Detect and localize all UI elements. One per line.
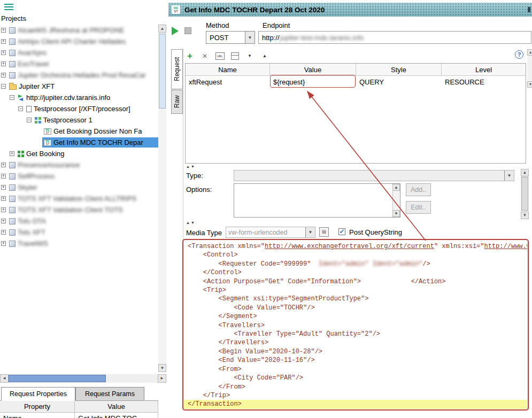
- expander-icon[interactable]: [1, 162, 6, 167]
- param-name-cell[interactable]: xftRequest: [186, 76, 270, 88]
- scroll-left-icon[interactable]: ◄: [0, 374, 9, 383]
- expander-icon[interactable]: [1, 84, 6, 89]
- media-type-select[interactable]: vw-form-urlencoded ▼: [226, 227, 315, 238]
- move-down-button[interactable]: [245, 51, 255, 61]
- tree-item[interactable]: TravelWS: [0, 238, 158, 249]
- table-row[interactable]: Name Get Info MDC TOC: [0, 413, 158, 418]
- scroll-up-icon[interactable]: ▲: [392, 184, 400, 191]
- tree-item-jupiter-xft[interactable]: Jupiter XFT: [0, 81, 158, 92]
- tree-item[interactable]: ExoTravel: [0, 58, 158, 69]
- column-header-value[interactable]: Value: [270, 64, 356, 76]
- stop-button[interactable]: [184, 27, 191, 34]
- method-icon: [35, 117, 41, 123]
- chevron-down-icon[interactable]: ▼: [245, 32, 255, 43]
- method-select[interactable]: POST ▼: [206, 31, 255, 44]
- expander-icon[interactable]: [1, 241, 6, 246]
- column-header-style[interactable]: Style: [356, 64, 442, 76]
- expander-icon[interactable]: [1, 50, 6, 55]
- post-querystring-checkbox[interactable]: [338, 228, 345, 235]
- splitter-handle[interactable]: [185, 164, 526, 169]
- tree-item-get-info-request[interactable]: Get Info MDC TOCHR Depar: [0, 137, 158, 148]
- type-select[interactable]: ▼: [234, 170, 514, 181]
- param-row[interactable]: xftRequest ${request} QUERY RESOURCE: [186, 76, 526, 88]
- delete-param-button[interactable]: [200, 51, 210, 61]
- tree-item-label: Skyter: [18, 183, 37, 191]
- expander-icon[interactable]: [1, 174, 6, 179]
- splitter-handle[interactable]: [185, 220, 526, 226]
- tree-item[interactable]: Tots OTA: [0, 215, 158, 227]
- scroll-up-icon[interactable]: ▲: [158, 25, 166, 33]
- tree-item-testsuite[interactable]: Get Booking: [0, 148, 158, 159]
- request-body-editor[interactable]: <Transaction xmlns="http://www.exchangef…: [184, 241, 527, 409]
- property-value-cell[interactable]: Get Info MDC TOC: [75, 413, 158, 418]
- scroll-down-icon[interactable]: ▼: [521, 212, 529, 219]
- expander-icon[interactable]: [1, 39, 6, 44]
- column-header-name[interactable]: Name: [186, 64, 270, 76]
- expander-icon[interactable]: [10, 151, 14, 156]
- expander-icon[interactable]: [1, 230, 6, 235]
- request-window-titlebar[interactable]: Get Info MDC TOCHR Depart 28 Oct 2020: [168, 3, 532, 17]
- param-style-cell[interactable]: QUERY: [356, 76, 442, 88]
- update-from-url-icon[interactable]: [215, 52, 225, 60]
- expander-icon[interactable]: [1, 207, 6, 212]
- expander-icon[interactable]: [1, 28, 6, 33]
- scrollbar-thumb[interactable]: [9, 375, 106, 382]
- scroll-right-icon[interactable]: ►: [158, 374, 166, 383]
- tree-item-interface[interactable]: http://jupiter.cdv.taranis.info: [0, 92, 158, 103]
- tab-request[interactable]: Request: [171, 49, 183, 89]
- expander-icon[interactable]: [1, 73, 6, 78]
- help-button[interactable]: ?: [515, 50, 523, 59]
- scrollbar-thumb[interactable]: [521, 177, 528, 211]
- expander-icon[interactable]: [1, 219, 6, 223]
- move-up-button[interactable]: [260, 51, 269, 61]
- tree-item[interactable]: Airtrips Client API Charter Hellades: [0, 36, 158, 47]
- tree-item[interactable]: Tots XFT: [0, 227, 158, 238]
- tree-item[interactable]: AtcaeWS JReshona at PROPGNE: [0, 25, 158, 36]
- menu-icon[interactable]: [4, 4, 13, 11]
- param-value-cell[interactable]: ${request}: [270, 76, 356, 88]
- params-table-scrollbar[interactable]: ▲ ▼: [527, 49, 532, 88]
- tree-item[interactable]: TOTS XFT Validation Client ALLTRIPS: [0, 193, 158, 204]
- listbox-scrollbar[interactable]: ▲ ▼: [392, 184, 400, 217]
- edit-option-button[interactable]: Edit..: [406, 201, 431, 214]
- endpoint-input[interactable]: http:// jupiter-test-mdc.taranis.info: [258, 31, 531, 44]
- tree-item-request[interactable]: Get Booking Dossier Non Fa: [0, 126, 158, 137]
- expander-icon[interactable]: [27, 118, 32, 122]
- add-option-button[interactable]: Add..: [406, 183, 431, 196]
- add-param-button[interactable]: [185, 51, 195, 61]
- tree-item-method[interactable]: Testprocessor 1: [0, 114, 158, 126]
- tree-item[interactable]: PresenceAssurance: [0, 159, 158, 171]
- expander-icon[interactable]: [1, 61, 6, 66]
- tree-item-resource[interactable]: Testprocessor [/XFT/processor]: [0, 103, 158, 114]
- column-header-value[interactable]: Value: [75, 401, 158, 413]
- tab-raw[interactable]: Raw: [171, 90, 183, 114]
- expander-icon[interactable]: [1, 185, 6, 190]
- expander-icon[interactable]: [18, 106, 23, 111]
- column-header-property[interactable]: Property: [0, 401, 75, 413]
- tree-vertical-scrollbar[interactable]: ▲ ▼: [158, 25, 166, 372]
- scroll-up-icon[interactable]: ▲: [521, 169, 529, 176]
- recreate-request-icon[interactable]: [319, 227, 329, 237]
- expander-icon[interactable]: [10, 95, 14, 100]
- options-listbox[interactable]: ▲ ▼: [234, 183, 400, 218]
- column-header-level[interactable]: Level: [442, 64, 526, 76]
- param-level-cell[interactable]: RESOURCE: [442, 76, 526, 88]
- tree-item[interactable]: Skyter: [0, 182, 158, 193]
- scroll-down-icon[interactable]: ▼: [392, 210, 400, 217]
- tree-item[interactable]: SelfProcess: [0, 171, 158, 182]
- expander-icon[interactable]: [1, 196, 6, 201]
- tree-item[interactable]: Jupiter Orchestra Hellades Prod ResaCar: [0, 69, 158, 81]
- scroll-down-icon[interactable]: ▼: [527, 81, 532, 88]
- tree-item[interactable]: AvarXpro: [0, 47, 158, 58]
- scroll-down-icon[interactable]: ▼: [158, 364, 166, 372]
- scrollbar-thumb[interactable]: [159, 34, 166, 109]
- tree-item[interactable]: TOTS XFT Validation Client TOTS: [0, 204, 158, 215]
- scroll-up-icon[interactable]: ▲: [527, 49, 532, 56]
- params-grid-icon[interactable]: [231, 52, 239, 60]
- selected-tree-item[interactable]: Get Info MDC TOCHR Depar: [42, 137, 158, 148]
- tab-request-properties[interactable]: Request Properties: [1, 387, 75, 401]
- run-button[interactable]: [172, 27, 179, 35]
- tab-request-params[interactable]: Request Params: [75, 387, 144, 401]
- properties-scrollbar[interactable]: ▲ ▼: [521, 169, 529, 219]
- tree-horizontal-scrollbar[interactable]: ◄ ►: [0, 374, 166, 383]
